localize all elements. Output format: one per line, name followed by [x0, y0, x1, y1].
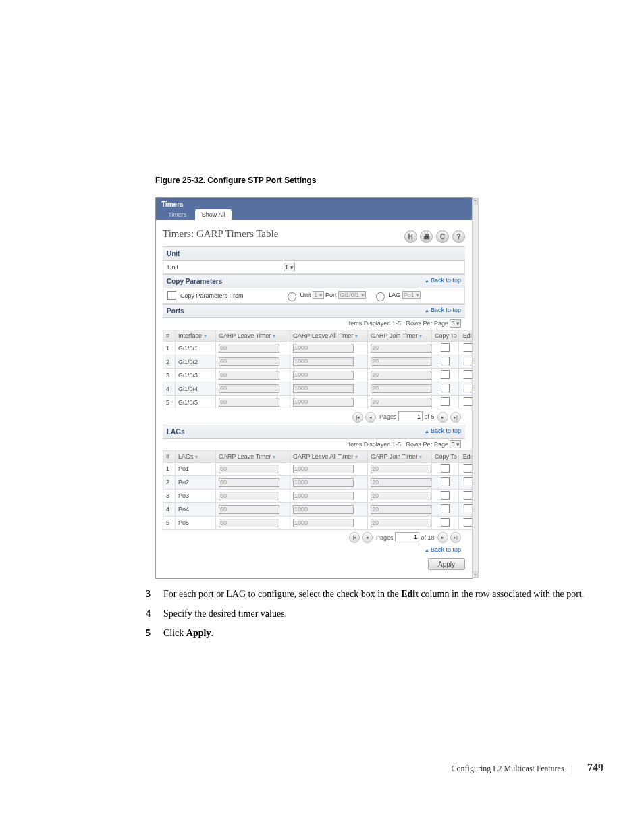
- copy-port-select[interactable]: Gi1/0/1 ▾: [338, 291, 366, 299]
- tab-show-all[interactable]: Show All: [195, 209, 232, 220]
- leave-all-timer-input[interactable]: [293, 398, 354, 407]
- col-num[interactable]: #: [163, 450, 176, 462]
- table-row: 1Gi1/0/1: [163, 342, 478, 355]
- unit-label: Unit: [167, 264, 284, 271]
- leave-all-timer-input[interactable]: [293, 357, 354, 366]
- leave-all-timer-input[interactable]: [293, 505, 354, 514]
- cell-num: 4: [163, 502, 176, 516]
- join-timer-input[interactable]: [371, 505, 431, 514]
- cell-num: 5: [163, 396, 176, 409]
- copy-to-checkbox[interactable]: [441, 397, 450, 406]
- pager-last-icon[interactable]: ▸|: [450, 412, 461, 423]
- leave-timer-input[interactable]: [219, 519, 279, 527]
- copy-from-port-radio[interactable]: [288, 292, 296, 301]
- col-lags[interactable]: LAGs ▾: [176, 450, 216, 462]
- col-leave[interactable]: GARP Leave Timer ▾: [216, 330, 290, 342]
- leave-timer-input[interactable]: [219, 371, 279, 380]
- leave-timer-input[interactable]: [219, 398, 279, 407]
- pager-input[interactable]: [395, 532, 419, 542]
- scroll-down-icon[interactable]: ⌄: [473, 571, 478, 577]
- scrollbar[interactable]: ⌃ ⌄: [472, 198, 479, 578]
- leave-timer-input[interactable]: [219, 465, 279, 473]
- refresh-icon[interactable]: C: [436, 230, 449, 243]
- pager-of: of 5: [424, 413, 434, 420]
- rows-per-page-select[interactable]: 5 ▾: [450, 319, 461, 328]
- print-icon[interactable]: 🖶: [420, 230, 433, 243]
- copy-lag-select[interactable]: Po1 ▾: [402, 291, 421, 299]
- sort-icon: ▾: [195, 454, 198, 460]
- copy-to-checkbox[interactable]: [441, 477, 450, 486]
- col-leave[interactable]: GARP Leave Timer ▾: [216, 450, 290, 462]
- pager-next-icon[interactable]: ▸: [437, 412, 448, 423]
- copy-from-lag-radio[interactable]: [376, 292, 385, 301]
- copy-params-checkbox[interactable]: [167, 291, 176, 300]
- save-icon[interactable]: H: [404, 230, 417, 243]
- leave-timer-input[interactable]: [219, 384, 279, 393]
- col-interface[interactable]: Interface ▾: [176, 330, 216, 342]
- cell-num: 2: [163, 355, 176, 369]
- apply-button[interactable]: Apply: [428, 558, 465, 570]
- pager-input[interactable]: [398, 411, 423, 421]
- step-text: Click Apply.: [163, 627, 213, 640]
- back-to-top-link[interactable]: Back to top: [425, 277, 461, 284]
- leave-all-timer-input[interactable]: [293, 465, 354, 473]
- leave-all-timer-input[interactable]: [293, 519, 354, 527]
- copy-unit-select[interactable]: 1 ▾: [313, 291, 324, 299]
- pager-next-icon[interactable]: ▸: [437, 532, 448, 543]
- copy-to-checkbox[interactable]: [441, 343, 450, 352]
- pager-prev-icon[interactable]: ◂: [362, 532, 373, 543]
- col-leave-all[interactable]: GARP Leave All Timer ▾: [290, 330, 368, 342]
- copy-to-checkbox[interactable]: [441, 464, 450, 473]
- cell-num: 1: [163, 342, 176, 355]
- leave-all-timer-input[interactable]: [293, 492, 354, 500]
- tab-timers[interactable]: Timers: [161, 209, 193, 220]
- copy-to-checkbox[interactable]: [441, 504, 450, 513]
- col-join[interactable]: GARP Join Timer ▾: [368, 450, 432, 462]
- pager-first-icon[interactable]: |◂: [349, 532, 360, 543]
- table-row: 5Gi1/0/5: [163, 396, 478, 409]
- col-join[interactable]: GARP Join Timer ▾: [368, 330, 432, 342]
- unit-select[interactable]: 1 ▾: [284, 263, 295, 271]
- leave-timer-input[interactable]: [219, 492, 279, 500]
- back-to-top-link[interactable]: Back to top: [425, 307, 461, 313]
- cell-interface: Po5: [176, 516, 216, 529]
- rows-per-page-select[interactable]: 5 ▾: [450, 440, 461, 448]
- leave-all-timer-input[interactable]: [293, 371, 354, 380]
- items-displayed: Items Displayed 1-5: [347, 320, 401, 327]
- copy-to-checkbox[interactable]: [441, 491, 450, 500]
- join-timer-input[interactable]: [371, 465, 431, 473]
- table-row: 3Po3: [163, 489, 478, 502]
- leave-all-timer-input[interactable]: [293, 384, 354, 393]
- back-to-top-link[interactable]: Back to top: [425, 546, 461, 553]
- pages-label: Pages: [376, 533, 394, 540]
- leave-timer-input[interactable]: [219, 344, 279, 353]
- pager-first-icon[interactable]: |◂: [352, 412, 363, 423]
- pager-last-icon[interactable]: ▸|: [450, 532, 461, 543]
- join-timer-input[interactable]: [371, 371, 431, 380]
- back-to-top-link[interactable]: Back to top: [425, 427, 461, 434]
- copy-to-checkbox[interactable]: [441, 518, 450, 527]
- sort-icon: ▾: [355, 454, 358, 460]
- join-timer-input[interactable]: [371, 344, 431, 353]
- scroll-up-icon[interactable]: ⌃: [473, 199, 478, 205]
- join-timer-input[interactable]: [371, 519, 431, 527]
- join-timer-input[interactable]: [371, 492, 431, 500]
- leave-timer-input[interactable]: [219, 505, 279, 514]
- join-timer-input[interactable]: [371, 357, 431, 366]
- leave-all-timer-input[interactable]: [293, 478, 354, 487]
- leave-timer-input[interactable]: [219, 478, 279, 487]
- leave-all-timer-input[interactable]: [293, 344, 354, 353]
- cell-num: 3: [163, 369, 176, 382]
- join-timer-input[interactable]: [371, 478, 431, 487]
- help-icon[interactable]: ?: [452, 230, 465, 243]
- cell-interface: Gi1/0/4: [176, 382, 216, 396]
- col-leave-all[interactable]: GARP Leave All Timer ▾: [290, 450, 368, 462]
- pager-prev-icon[interactable]: ◂: [365, 412, 376, 423]
- col-num[interactable]: #: [163, 330, 176, 342]
- join-timer-input[interactable]: [371, 384, 431, 393]
- copy-to-checkbox[interactable]: [441, 370, 450, 379]
- copy-to-checkbox[interactable]: [441, 357, 450, 365]
- join-timer-input[interactable]: [371, 398, 431, 407]
- copy-to-checkbox[interactable]: [441, 384, 450, 392]
- leave-timer-input[interactable]: [219, 357, 279, 366]
